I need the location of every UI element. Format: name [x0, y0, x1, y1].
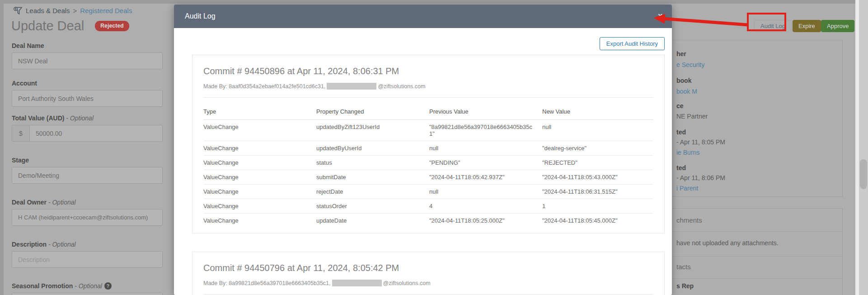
expire-button[interactable]: Expire [793, 20, 821, 32]
deal-owner-input[interactable]: H CAM (heidiparent+ccoecam@ziftsolutions… [12, 209, 163, 226]
field-description: Description - Optional Description [12, 241, 163, 268]
breadcrumb-section: Leads & Deals [26, 7, 70, 14]
commit-heading: Commit # 94450896 at Apr 11, 2024, 8:06:… [203, 66, 653, 76]
commit-made-by: Made By: 8aaf0d354a2ebaef014a2fe501cd6c3… [203, 83, 653, 90]
table-row: ValueChange rejectDate null "2024-04-11T… [203, 185, 653, 199]
audit-log-modal: Audit Log ✕ Export Audit History Commit … [174, 5, 672, 295]
breadcrumb-separator: > [73, 7, 77, 14]
currency-prefix: $ [12, 125, 30, 142]
audit-table: Type Property Changed Previous Value New… [203, 104, 653, 228]
table-row: ValueChange updatedByZift123UserId "8a99… [203, 120, 653, 141]
page-edge [855, 0, 859, 295]
panel-divider [664, 256, 842, 257]
table-row: ValueChange updateDate "2024-04-11T18:05… [203, 214, 653, 228]
sidebar-fragment: ce [676, 102, 684, 109]
field-total-value: Total Value (AUD) - Optional $ 50000.00 [12, 114, 163, 142]
account-label: Account [12, 80, 37, 87]
sidebar-fragment: - Apr 11, 8:06 PM [676, 174, 725, 181]
commit-made-by: Made By: 8a99821d8e56a397018e6663405b35c… [203, 280, 653, 286]
sidebar-link-fragment[interactable]: ie Burns [676, 149, 699, 156]
sidebar-fragment: ted [676, 128, 686, 136]
field-stage: Stage Demo/Meeting [12, 157, 163, 184]
panel-divider [664, 231, 842, 232]
scrollbar-thumb[interactable] [860, 159, 867, 189]
description-input[interactable]: Description [12, 251, 163, 268]
modal-header: Audit Log ✕ [174, 5, 672, 28]
description-label: Description [12, 241, 47, 248]
funnel-dollar-icon: $ [14, 7, 23, 14]
modal-title: Audit Log [185, 12, 216, 20]
close-icon[interactable]: ✕ [657, 12, 663, 19]
svg-text:$: $ [15, 7, 17, 11]
table-row: ValueChange status "PENDING" "REJECTED" [203, 156, 653, 170]
sidebar-fragment: - Apr 11, 8:05 PM [676, 138, 725, 146]
account-input[interactable]: Port Authority South Wales [12, 90, 163, 107]
redacted-email [327, 83, 376, 90]
sidebar-fragment: book [676, 77, 691, 84]
scrollbar-track[interactable] [859, 0, 868, 295]
export-audit-history-button[interactable]: Export Audit History [600, 37, 665, 50]
divider [203, 294, 653, 295]
commit-heading: Commit # 94450796 at Apr 11, 2024, 8:05:… [203, 263, 653, 273]
table-row: ValueChange statusOrder 4 1 [203, 199, 653, 214]
total-value-label: Total Value (AUD) [12, 114, 64, 122]
field-deal-name: Deal Name NSW Deal [12, 42, 163, 69]
audit-log-button[interactable]: Audit Log [754, 20, 792, 32]
breadcrumb-current-link[interactable]: Registered Deals [80, 7, 132, 14]
seasonal-promotion-label: Seasonal Promotion [12, 282, 73, 290]
divider [203, 97, 653, 98]
redacted-email [332, 280, 382, 286]
sidebar-section-fragment: chments [676, 216, 702, 224]
stage-label: Stage [12, 157, 29, 164]
panel-divider [664, 278, 842, 279]
table-header-row: Type Property Changed Previous Value New… [203, 104, 653, 120]
page-title: Update Deal [11, 19, 84, 33]
field-seasonal-promotion: Seasonal Promotion - Optional ? [12, 282, 163, 295]
seasonal-promotion-input[interactable] [12, 293, 163, 295]
commit-card: Commit # 94450796 at Apr 11, 2024, 8:05:… [192, 252, 665, 295]
deal-owner-label: Deal Owner [12, 199, 47, 206]
question-circle-icon[interactable]: ? [104, 282, 112, 290]
commit-card: Commit # 94450896 at Apr 11, 2024, 8:06:… [192, 55, 665, 233]
sidebar-link-fragment[interactable]: i Parent [676, 185, 698, 192]
stage-input[interactable]: Demo/Meeting [12, 167, 163, 184]
field-account: Account Port Authority South Wales [12, 80, 163, 107]
deal-name-label: Deal Name [12, 42, 44, 49]
status-badge: Rejected [95, 21, 129, 31]
sidebar-fragment: her [676, 50, 686, 57]
sidebar-link-fragment[interactable]: e Security [676, 61, 704, 68]
sidebar-fragment: have not uploaded any attachments. [676, 239, 779, 247]
table-row: ValueChange updatedByUserId null "dealre… [203, 141, 653, 156]
sidebar-fragment: NE Partner [676, 113, 708, 120]
breadcrumb: $ Leads & Deals > Registered Deals [14, 7, 132, 14]
deal-name-input[interactable]: NSW Deal [12, 52, 163, 69]
total-value-input[interactable]: 50000.00 [30, 125, 163, 142]
field-deal-owner: Deal Owner - Optional H CAM (heidiparent… [12, 199, 163, 226]
sidebar-section-fragment: tacts [676, 263, 691, 271]
sidebar-fragment: ted [676, 164, 686, 171]
approve-button[interactable]: Approve [821, 20, 854, 32]
table-row: ValueChange submitDate "2024-04-11T18:05… [203, 170, 653, 185]
sidebar-fragment: s Rep [676, 282, 694, 290]
sidebar-link-fragment[interactable]: book M [676, 88, 697, 95]
